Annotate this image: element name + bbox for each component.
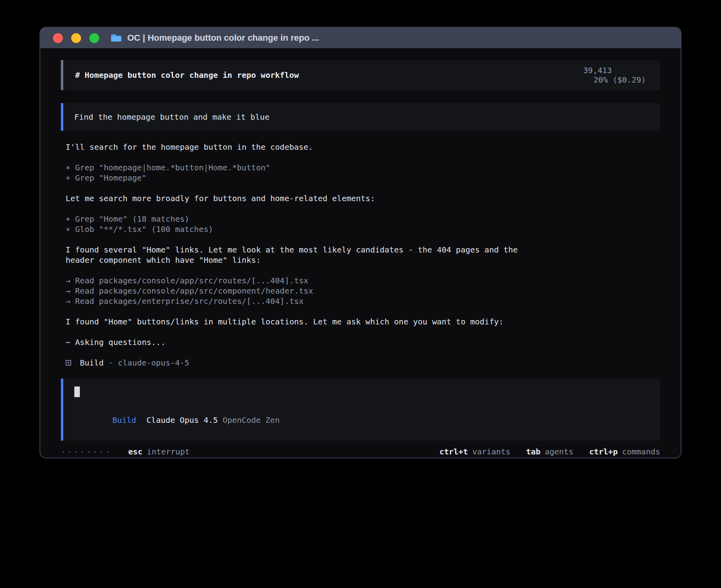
token-count: 39,413: [583, 66, 612, 75]
agent-name: Build: [80, 358, 104, 368]
tool-call-read-2: → Read packages/console/app/src/componen…: [66, 286, 660, 296]
spacer: [66, 265, 660, 275]
close-button[interactable]: [53, 33, 63, 43]
progress-dots: ········: [61, 447, 111, 456]
input-model-label[interactable]: Claude Opus 4.5: [147, 415, 218, 425]
status-shortcuts: ctrl+t variants tab agents ctrl+p comman…: [439, 447, 660, 456]
input-agent-label[interactable]: Build: [112, 415, 136, 425]
spacer: [66, 204, 660, 214]
zoom-button[interactable]: [89, 33, 99, 43]
tool-call-read-3: → Read packages/enterprise/src/routes/[.…: [66, 296, 660, 306]
shortcut-key-commands: ctrl+p: [589, 447, 617, 456]
tool-call-grep-2: ∗ Grep "Homepage": [66, 173, 660, 183]
shortcut-key-variants: ctrl+t: [439, 447, 468, 456]
spacer: [66, 347, 660, 358]
folder-icon: [110, 33, 122, 43]
spacer: [66, 234, 660, 245]
assistant-text-found: I found several "Home" links. Let me loo…: [66, 245, 542, 265]
user-message: Find the homepage button and make it blu…: [61, 103, 660, 131]
interrupt-label: interrupt: [147, 447, 189, 456]
minimize-button[interactable]: [71, 33, 81, 43]
terminal-window: OC | Homepage button color change in rep…: [40, 27, 681, 458]
input-status-row: BuildClaude Opus 4.5OpenCode Zen: [74, 406, 649, 434]
assistant-status-asking: ~ Asking questions...: [66, 337, 660, 347]
terminal-content: # Homepage button color change in repo w…: [40, 48, 681, 457]
context-usage: 20% ($0.29): [594, 75, 646, 85]
shortcut-key-agents: tab: [526, 447, 540, 456]
agent-icon: [66, 360, 71, 366]
window-title-group: OC | Homepage button color change in rep…: [110, 33, 319, 43]
esc-key: esc: [128, 447, 142, 456]
shortcut-commands: ctrl+p commands: [589, 447, 660, 456]
agent-badge: Build · claude-opus-4-5: [66, 358, 660, 368]
conversation: I'll search for the homepage button in t…: [61, 142, 660, 368]
titlebar[interactable]: OC | Homepage button color change in rep…: [40, 28, 681, 48]
status-left: ········ esc interrupt: [61, 447, 190, 456]
traffic-lights: [53, 33, 99, 43]
prompt-input[interactable]: BuildClaude Opus 4.5OpenCode Zen: [61, 379, 660, 441]
window-title: OC | Homepage button color change in rep…: [127, 33, 319, 43]
agent-separator: ·: [108, 358, 113, 368]
tool-call-grep-3: ∗ Grep "Home" (18 matches): [66, 214, 660, 224]
agent-model: claude-opus-4-5: [118, 358, 189, 368]
shortcut-label-commands: commands: [622, 447, 660, 456]
status-bar: ········ esc interrupt ctrl+t variants t…: [61, 447, 660, 457]
spacer: [66, 327, 660, 337]
tool-call-glob-1: ∗ Glob "**/*.tsx" (100 matches): [66, 224, 660, 234]
session-title: # Homepage button color change in repo w…: [75, 70, 299, 80]
spacer: [66, 306, 660, 317]
assistant-text-ask: I found "Home" buttons/links in multiple…: [66, 317, 542, 327]
assistant-text-intro: I'll search for the homepage button in t…: [66, 142, 542, 152]
assistant-text-broad: Let me search more broadly for buttons a…: [66, 193, 542, 204]
shortcut-agents: tab agents: [526, 447, 573, 456]
tool-call-read-1: → Read packages/console/app/src/routes/[…: [66, 275, 660, 286]
shortcut-label-variants: variants: [472, 447, 510, 456]
user-message-text: Find the homepage button and make it blu…: [74, 112, 270, 122]
input-provider-label: OpenCode Zen: [223, 415, 280, 425]
spacer: [66, 183, 660, 193]
session-stats: 39,413 20% ($0.29): [545, 56, 646, 94]
spacer: [66, 152, 660, 162]
input-cursor: [74, 386, 80, 397]
shortcut-label-agents: agents: [545, 447, 573, 456]
tool-call-grep-1: ∗ Grep "homepage|home.*button|Home.*butt…: [66, 162, 660, 173]
session-header: # Homepage button color change in repo w…: [61, 60, 660, 90]
shortcut-variants: ctrl+t variants: [439, 447, 510, 456]
